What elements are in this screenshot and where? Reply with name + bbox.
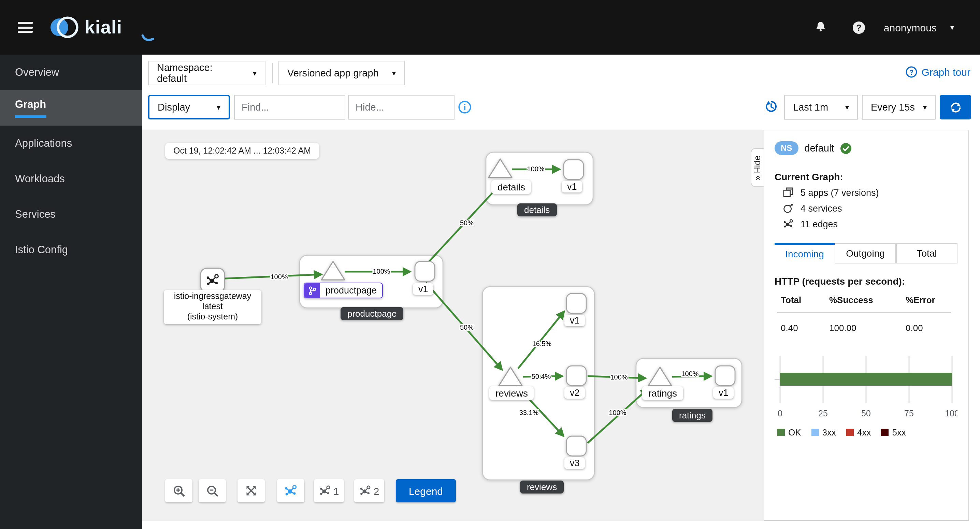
tab-incoming[interactable]: Incoming	[775, 243, 835, 263]
panel-hide-label: » Hide	[753, 155, 762, 180]
ingressgateway-version: latest	[164, 302, 261, 312]
sidebar-item-label: Overview	[15, 66, 142, 78]
display-dropdown[interactable]: Display▾	[148, 95, 230, 120]
graph-tour-link[interactable]: ? Graph tour	[906, 66, 970, 78]
node-reviews-v1[interactable]	[566, 293, 586, 313]
header-error: %Error	[905, 295, 953, 305]
productpage-app-label[interactable]: productpage	[304, 283, 383, 298]
zoom-in-button[interactable]	[165, 479, 192, 502]
namespace-name[interactable]: default	[804, 143, 834, 154]
sidebar-item-istio-config[interactable]: Istio Config	[0, 232, 142, 268]
ratings-v1-label: v1	[713, 387, 734, 398]
graph-tour-label: Graph tour	[922, 66, 970, 78]
productpage-v1-label: v1	[413, 283, 434, 295]
legend-label-ok: OK	[788, 427, 801, 438]
sidebar-nav: Overview Graph Applications Workloads Se…	[0, 54, 142, 529]
sidebar-item-workloads[interactable]: Workloads	[0, 161, 142, 197]
legend-item-3xx: 3xx	[811, 427, 836, 438]
services-icon	[783, 203, 794, 214]
stat-services: 4 services	[783, 203, 958, 214]
http-status-bar-chart: 0 25 50 75 100	[775, 352, 958, 421]
ingressgateway-name: istio-ingressgateway	[164, 292, 261, 302]
time-range-dropdown[interactable]: Last 1m▾	[784, 95, 858, 120]
svg-text:100: 100	[945, 408, 958, 418]
svg-text:100%: 100%	[610, 373, 627, 381]
find-input[interactable]	[234, 95, 345, 120]
svg-text:?: ?	[909, 69, 913, 76]
layout-1-button[interactable]: 1	[314, 479, 344, 502]
svg-text:50: 50	[861, 408, 871, 418]
reviews-app-label[interactable]: reviews	[489, 386, 534, 400]
node-reviews-v2[interactable]	[566, 366, 586, 386]
reviews-v1-label: v1	[565, 315, 585, 326]
refresh-interval-label: Every 15s	[871, 102, 915, 113]
tab-total[interactable]: Total	[896, 243, 958, 263]
nav-toggle-icon[interactable]	[18, 22, 33, 33]
ingressgateway-label[interactable]: istio-ingressgateway latest (istio-syste…	[164, 290, 261, 324]
svg-text:50%: 50%	[460, 323, 474, 331]
current-graph-title: Current Graph:	[775, 171, 958, 182]
sidebar-item-label: Graph	[15, 98, 142, 110]
display-dropdown-label: Display	[158, 102, 190, 113]
table-header-row: Total %Success %Error	[775, 295, 958, 305]
graph-canvas[interactable]: 100% 100% 50% 100% 50% 16.5% 50.4% 33.1%…	[142, 130, 764, 521]
topology-svg: 100% 100% 50% 100% 50% 16.5% 50.4% 33.1%…	[142, 130, 764, 521]
legend-button[interactable]: Legend	[396, 479, 456, 502]
help-icon[interactable]: ?	[852, 20, 866, 35]
summary-panel: NS default Current Graph: 5 apps (7 vers…	[764, 130, 969, 521]
chart-x-ticks: 0 25 50 75 100	[778, 408, 958, 418]
graph-toolbar: Namespace: default▾ Versioned app graph▾…	[142, 54, 980, 130]
node-reviews-v3[interactable]	[566, 436, 586, 456]
svg-text:50%: 50%	[460, 219, 474, 226]
user-menu-caret-icon[interactable]: ▾	[950, 23, 954, 32]
node-ratings-v1[interactable]	[715, 366, 735, 386]
node-details-v1[interactable]	[564, 160, 584, 180]
user-menu-label[interactable]: anonymous	[884, 21, 937, 33]
stat-apps: 5 apps (7 versions)	[783, 187, 958, 198]
namespace-health-check-icon	[840, 142, 852, 154]
hide-input[interactable]	[348, 95, 455, 120]
caret-down-icon: ▾	[217, 103, 220, 112]
graph-type-dropdown[interactable]: Versioned app graph▾	[278, 61, 405, 85]
refresh-button[interactable]	[940, 95, 971, 120]
caret-down-icon: ▾	[845, 103, 849, 112]
svg-text:?: ?	[856, 22, 861, 32]
kiali-logo: kiali	[48, 12, 122, 42]
toolbar-divider	[272, 63, 273, 83]
namespace-dropdown-label: Namespace: default	[157, 62, 245, 84]
question-circle-icon: ?	[906, 66, 918, 78]
svg-text:50.4%: 50.4%	[531, 373, 551, 380]
notifications-bell-icon[interactable]	[814, 21, 827, 34]
details-v1-label: v1	[562, 181, 582, 193]
ratings-group-badge: ratings	[672, 409, 713, 422]
layout-1-number: 1	[333, 485, 339, 497]
refresh-interval-dropdown[interactable]: Every 15s▾	[862, 95, 935, 120]
sidebar-item-services[interactable]: Services	[0, 197, 142, 232]
sidebar-item-overview[interactable]: Overview	[0, 54, 142, 90]
find-hide-info-icon[interactable]	[458, 100, 472, 114]
namespace-dropdown[interactable]: Namespace: default▾	[148, 61, 266, 85]
sidebar-item-graph[interactable]: Graph	[0, 90, 142, 126]
kiali-app: kiali ? anonymous ▾ Overview Graph Appli…	[0, 0, 980, 529]
tab-outgoing[interactable]: Outgoing	[835, 243, 896, 263]
caret-down-icon: ▾	[923, 103, 927, 112]
time-range-history-icon[interactable]	[764, 100, 778, 113]
value-error: 0.00	[905, 323, 953, 333]
sidebar-item-applications[interactable]: Applications	[0, 126, 142, 161]
value-success: 100.00	[829, 323, 905, 333]
details-app-label[interactable]: details	[492, 180, 531, 194]
sidebar-item-label: Applications	[15, 137, 142, 150]
layout-default-button[interactable]	[277, 479, 304, 502]
svg-text:16.5%: 16.5%	[532, 340, 552, 347]
fit-to-screen-button[interactable]	[237, 479, 265, 502]
layout-2-number: 2	[374, 485, 379, 497]
zoom-out-button[interactable]	[199, 479, 226, 502]
legend-item-5xx: 5xx	[881, 427, 906, 438]
value-total: 0.40	[775, 323, 829, 333]
svg-text:75: 75	[904, 408, 914, 418]
node-productpage-v1[interactable]	[415, 261, 435, 281]
ratings-app-label[interactable]: ratings	[642, 386, 683, 400]
sidebar-item-label: Workloads	[15, 173, 142, 185]
layout-2-button[interactable]: 2	[354, 479, 384, 502]
panel-hide-tab[interactable]: » Hide	[751, 148, 764, 187]
